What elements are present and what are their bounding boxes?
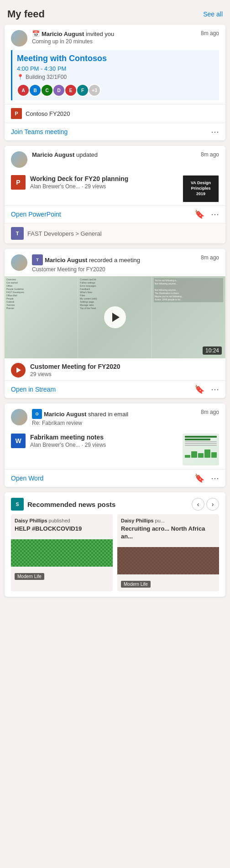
attendee-avatar: F	[76, 84, 89, 97]
working-doc-info: Working Deck for FY20 planning Alan Brew…	[30, 175, 178, 190]
stream-recording-card: T Maricio August recorded a meeting 8m a…	[5, 249, 225, 398]
word-icon: W	[11, 434, 26, 448]
card1-actions: Join Teams meeting ⋯	[5, 123, 225, 140]
attendee-avatar: B	[29, 84, 42, 97]
news-card-1-body: Daisy Phillips published HELP #BLOCKCOVI…	[11, 514, 113, 539]
card1-time: 8m ago	[201, 30, 219, 36]
news-card-1-image	[11, 539, 113, 567]
video-inner: OverviewGet startedOfficePeople Guidelin…	[5, 276, 225, 358]
video-title: Customer Meeting for FY2020	[30, 363, 120, 370]
card2-time: 8m ago	[201, 151, 219, 158]
ppt-thumbnail: VA Design Principles 2019	[183, 175, 219, 202]
card2-action-icons: 🔖 ⋯	[194, 209, 219, 219]
video-thumbnail[interactable]: OverviewGet startedOfficePeople Guidelin…	[5, 276, 225, 358]
video-info: Customer Meeting for FY2020 29 views	[5, 358, 225, 380]
location-pin-icon: 📍	[17, 74, 24, 80]
open-word-link[interactable]: Open Word	[11, 475, 43, 482]
news-card-2[interactable]: Daisy Phillips pu... Recruiting acro... …	[117, 514, 219, 591]
news-card-2-tag: Modern Life	[121, 581, 151, 588]
powerpoint-icon: P	[11, 108, 22, 119]
doc-bar	[185, 439, 210, 440]
attendee-avatar: E	[64, 84, 77, 97]
play-button[interactable]	[104, 306, 126, 328]
calendar-icon: 📅	[32, 30, 40, 37]
news-card-1[interactable]: Daisy Phillips published HELP #BLOCKCOVI…	[11, 514, 113, 591]
card3-actor: Maricio August recorded a meeting	[45, 257, 140, 264]
news-card-2-author: Daisy Phillips pu...	[121, 518, 215, 523]
news-next-button[interactable]: ›	[206, 498, 219, 511]
chart-bar	[185, 455, 190, 458]
card3-subtitle: Customer Meeting for FY2020	[32, 266, 219, 273]
doc-thumbnail	[183, 434, 219, 465]
chart-bar	[211, 452, 217, 458]
doc-title: Fabrikam meeting notes	[30, 434, 178, 441]
doc-line	[185, 441, 217, 442]
card1-actor-row: 📅 Maricio August invited you	[32, 30, 114, 37]
card3-meta: T Maricio August recorded a meeting 8m a…	[32, 254, 219, 273]
more-options-icon[interactable]: ⋯	[211, 473, 219, 483]
more-options-icon[interactable]: ⋯	[211, 209, 219, 219]
news-header-left: S Recommended news posts	[11, 498, 115, 511]
card2-header: Maricio August updated 8m ago	[5, 146, 225, 171]
card4-actor: Maricio August shared in email	[44, 411, 128, 418]
more-options-icon[interactable]: ⋯	[211, 127, 219, 137]
attendee-avatar: D	[52, 84, 65, 97]
card1-action-icons: ⋯	[211, 127, 219, 137]
card4-time: 8m ago	[201, 409, 219, 415]
chart-bar	[191, 451, 197, 458]
attendees-list: A B C D E F +3	[17, 84, 214, 97]
teams-icon-small: T	[32, 254, 43, 265]
doc-line	[185, 443, 217, 444]
news-prev-button[interactable]: ‹	[192, 498, 204, 511]
meeting-body: Meeting with Contosos 4:00 PM - 4:30 PM …	[11, 50, 219, 100]
card3-action-icons: 🔖 ⋯	[194, 384, 219, 394]
more-options-icon[interactable]: ⋯	[211, 384, 219, 394]
news-header: S Recommended news posts ‹ ›	[5, 492, 225, 514]
card3-time: 8m ago	[201, 254, 219, 261]
card3-meta-top: T Maricio August recorded a meeting 8m a…	[32, 254, 219, 265]
news-image-pattern	[11, 539, 113, 567]
doc-bar	[185, 436, 217, 438]
doc-line	[185, 445, 217, 446]
stream-icon	[11, 363, 26, 377]
bookmark-icon[interactable]: 🔖	[194, 473, 204, 483]
open-powerpoint-link[interactable]: Open PowerPoint	[11, 211, 61, 218]
doc-main: Fabrikam meeting notes Alan Brewer's One…	[30, 434, 178, 465]
card4-meta-top: O Maricio August shared in email 8m ago	[32, 409, 219, 419]
card1-actor: Maricio August invited you	[42, 31, 114, 37]
meeting-location: 📍 Building 32/1F00	[17, 74, 214, 80]
join-teams-meeting-link[interactable]: Join Teams meeting	[11, 128, 68, 135]
news-card-1-headline: HELP #BLOCKCOVID19	[15, 525, 109, 533]
card4-subtitle: Re: Fabrikam review	[32, 420, 219, 426]
card4-header: O Maricio August shared in email 8m ago …	[5, 403, 225, 430]
meeting-invite-card: 📅 Maricio August invited you 8m ago Comi…	[5, 25, 225, 140]
card4-avatar	[11, 409, 27, 425]
open-stream-link[interactable]: Open in Stream	[11, 386, 56, 393]
doc-chart	[185, 449, 217, 458]
news-title: Recommended news posts	[27, 501, 115, 508]
updated-doc-card: Maricio August updated 8m ago P Working …	[5, 146, 225, 243]
news-card-2-headline: Recruiting acro... North Africa an...	[121, 525, 215, 541]
video-col-3: You're not following a...Not following a…	[152, 276, 225, 358]
card1-meta: 📅 Maricio August invited you 8m ago Comi…	[32, 30, 219, 45]
see-all-link[interactable]: See all	[203, 10, 223, 18]
teams-icon: T	[11, 227, 24, 240]
channel-row: T FAST Developers > General	[5, 223, 225, 243]
news-nav: ‹ ›	[192, 498, 219, 511]
bookmark-icon[interactable]: 🔖	[194, 384, 204, 394]
video-text-info: Customer Meeting for FY2020 29 views	[30, 363, 120, 377]
attendee-avatar: A	[17, 84, 30, 97]
meeting-title: Meeting with Contosos	[17, 54, 214, 63]
card4-meta: O Maricio August shared in email 8m ago …	[32, 409, 219, 426]
card3-actions: Open in Stream 🔖 ⋯	[5, 380, 225, 398]
chart-bar	[198, 453, 204, 458]
bookmark-icon[interactable]: 🔖	[194, 209, 204, 219]
card4-actions: Open Word 🔖 ⋯	[5, 469, 225, 487]
card2-meta: Maricio August updated 8m ago	[32, 151, 219, 158]
working-doc-title: Working Deck for FY20 planning	[30, 175, 178, 182]
sharepoint-icon: S	[11, 498, 24, 511]
card1-file-row: P Contoso FY2020	[5, 104, 225, 123]
card4-actor-row: O Maricio August shared in email	[32, 409, 128, 419]
chart-bar	[204, 450, 210, 458]
news-image-pattern-2	[117, 547, 219, 574]
